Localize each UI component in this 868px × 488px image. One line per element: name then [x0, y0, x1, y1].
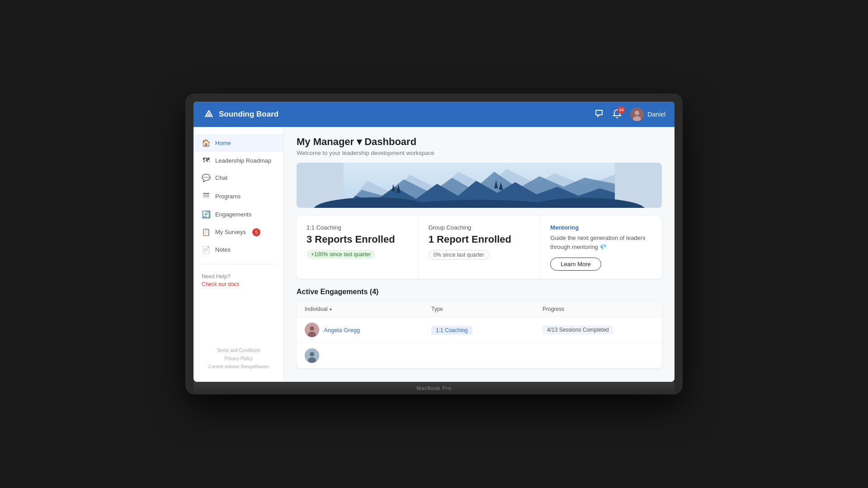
page-title-row: My Manager ▾ Dashboard: [297, 136, 662, 148]
svg-rect-5: [203, 197, 209, 198]
surveys-badge: 5: [252, 228, 260, 236]
type-badge: 1:1 Coaching: [431, 326, 472, 335]
progress-cell: 4/13 Sessions Completed: [542, 327, 654, 333]
col-progress: Progress: [542, 306, 654, 312]
table-header: Individual ▾ Type Progress: [297, 301, 662, 317]
type-cell: 1:1 Coaching: [431, 326, 542, 334]
table-row-2: [297, 343, 662, 368]
sidebar-item-chat-label: Chat: [215, 174, 227, 181]
app-header: Sounding Board: [193, 102, 675, 127]
card-mentoring-desc: Guide the next generation of leaders thr…: [550, 234, 652, 251]
sidebar-item-leadership-label: Leadership Roadmap: [215, 157, 271, 164]
check-docs-link[interactable]: Check our docs: [202, 281, 275, 287]
page-title-dashboard: Dashboard: [364, 136, 416, 148]
col-type-label: Type: [431, 306, 443, 312]
help-label: Need Help?: [202, 273, 230, 280]
logo-area: Sounding Board: [203, 108, 278, 121]
person-name[interactable]: Angela Gregg: [324, 327, 360, 333]
engagements-title: Active Engagements (4): [297, 288, 662, 296]
card-group-coaching-value: 1 Report Enrolled: [429, 234, 530, 245]
app-body: 🏠 Home 🗺 Leadership Roadmap 💬 Chat: [193, 127, 675, 382]
svg-rect-3: [203, 193, 209, 194]
sidebar-item-chat[interactable]: 💬 Chat: [193, 169, 283, 187]
user-name: Daniel: [647, 111, 665, 118]
individual-dropdown-icon[interactable]: ▾: [330, 307, 332, 312]
notification-count: 14: [618, 106, 625, 113]
user-avatar: [630, 108, 644, 121]
person-cell-2: [305, 348, 431, 363]
col-individual[interactable]: Individual ▾: [305, 306, 431, 312]
map-icon: 🗺: [202, 156, 211, 164]
col-individual-label: Individual: [305, 306, 328, 312]
logo-text: Sounding Board: [219, 110, 278, 119]
laptop-screen: Sounding Board: [193, 102, 675, 382]
card-one-on-one: 1:1 Coaching 3 Reports Enrolled +100% si…: [297, 216, 419, 279]
sidebar-item-programs[interactable]: Programs: [193, 187, 283, 206]
sidebar-item-my-surveys[interactable]: 📋 My Surveys 5: [193, 223, 283, 241]
page-title-my: My Manager: [297, 136, 354, 148]
title-dropdown-arrow[interactable]: ▾: [357, 136, 362, 148]
card-one-on-one-badge: +100% since last quarter: [307, 250, 375, 259]
sidebar-help-section: Need Help? Check our docs: [193, 270, 283, 291]
sidebar-item-engagements[interactable]: 🔄 Engagements: [193, 206, 283, 223]
person-avatar: [305, 323, 319, 337]
table-row: Angela Gregg 1:1 Coaching 4/13 Sessions …: [297, 317, 662, 343]
sidebar-item-home-label: Home: [215, 140, 231, 146]
card-one-on-one-value: 3 Reports Enrolled: [307, 234, 408, 245]
card-mentoring-label: Mentoring: [550, 224, 652, 231]
card-group-coaching-badge: 0% since last quarter: [429, 250, 489, 260]
svg-point-1: [635, 111, 639, 115]
sidebar-item-notes-label: Notes: [215, 246, 231, 253]
engagements-table: Individual ▾ Type Progress: [297, 301, 662, 368]
stats-cards: 1:1 Coaching 3 Reports Enrolled +100% si…: [297, 216, 662, 279]
header-right: 14 Daniel: [594, 108, 665, 121]
progress-badge: 4/13 Sessions Completed: [542, 325, 613, 334]
card-one-on-one-label: 1:1 Coaching: [307, 224, 408, 231]
app-container: Sounding Board: [193, 102, 675, 382]
laptop-model-text: MacBook Pro: [416, 385, 451, 391]
notes-icon: 📄: [202, 245, 211, 254]
svg-point-18: [310, 326, 314, 331]
sidebar-item-notes[interactable]: 📄 Notes: [193, 241, 283, 258]
mountain-illustration: [297, 163, 662, 208]
laptop-frame: Sounding Board: [185, 94, 683, 394]
sidebar-item-surveys-label: My Surveys: [215, 229, 246, 235]
sidebar-item-programs-label: Programs: [215, 193, 241, 200]
main-content: My Manager ▾ Dashboard Welcome to your l…: [284, 127, 675, 382]
chat-nav-icon: 💬: [202, 174, 211, 182]
hero-banner: [297, 163, 662, 208]
card-group-coaching-label: Group Coaching: [429, 224, 530, 231]
sidebar-item-home[interactable]: 🏠 Home: [193, 134, 283, 152]
sidebar-footer: Terms and Conditions Privacy Policy Curr…: [193, 343, 283, 375]
card-mentoring: Mentoring Guide the next generation of l…: [540, 216, 662, 279]
sidebar-item-engagements-label: Engagements: [215, 211, 251, 218]
home-icon: 🏠: [202, 139, 211, 147]
user-profile[interactable]: Daniel: [630, 108, 665, 121]
programs-icon: [202, 191, 211, 201]
person-cell: Angela Gregg: [305, 323, 431, 337]
sidebar-item-leadership-roadmap[interactable]: 🗺 Leadership Roadmap: [193, 152, 283, 169]
sidebar-divider: [201, 264, 276, 264]
svg-rect-4: [203, 195, 209, 197]
notification-bell[interactable]: 14: [612, 108, 622, 121]
col-progress-label: Progress: [542, 306, 564, 312]
learn-more-button[interactable]: Learn More: [550, 258, 601, 271]
logo-icon: [203, 108, 215, 121]
terms-link[interactable]: Terms and Conditions: [202, 347, 275, 355]
privacy-link[interactable]: Privacy Policy: [202, 355, 275, 363]
person-avatar-2: [305, 348, 319, 363]
laptop-base: MacBook Pro: [193, 382, 675, 394]
sidebar: 🏠 Home 🗺 Leadership Roadmap 💬 Chat: [193, 127, 284, 382]
surveys-icon: 📋: [202, 228, 211, 236]
svg-point-21: [310, 352, 314, 357]
engagements-icon: 🔄: [202, 210, 211, 219]
page-subtitle: Welcome to your leadership development w…: [297, 150, 662, 156]
main-inner: My Manager ▾ Dashboard Welcome to your l…: [284, 127, 675, 377]
col-type: Type: [431, 306, 542, 312]
chat-icon[interactable]: [594, 108, 604, 121]
card-group-coaching: Group Coaching 1 Report Enrolled 0% sinc…: [419, 216, 541, 279]
release-label: Current release Rempelhaven: [202, 363, 275, 371]
